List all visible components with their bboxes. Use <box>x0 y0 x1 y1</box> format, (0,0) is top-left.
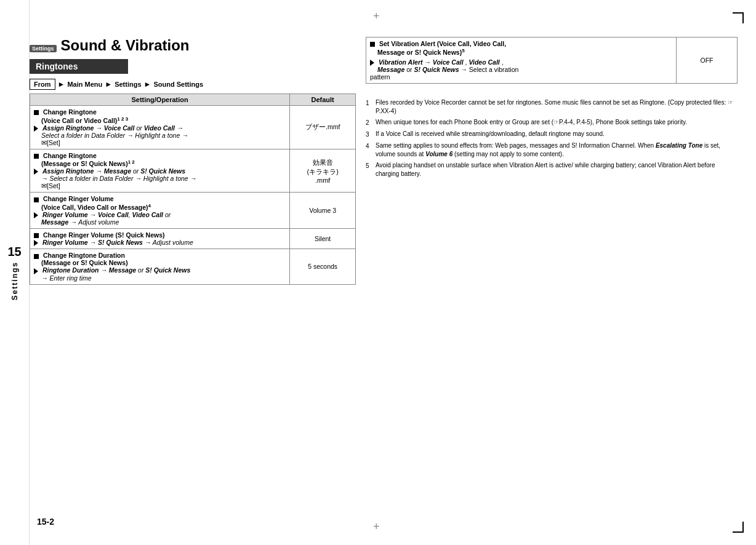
tri-bullet-icon <box>34 212 38 218</box>
sidebar-number: 15 <box>7 245 21 259</box>
right-box-table: Set Vibration Alert (Voice Call, Video C… <box>366 37 738 84</box>
table-row: Change Ringtone (Voice Call or Video Cal… <box>30 106 356 149</box>
row4-default: Silent <box>290 229 356 249</box>
corner-mark-tr <box>733 12 744 23</box>
row5-operation: Change Ringtone Duration (Message or S! … <box>30 249 290 284</box>
table-row: Change Ringer Volume (S! Quick News) Rin… <box>30 229 356 249</box>
row1-default: ブザー.mmf <box>290 106 356 149</box>
bullet-icon <box>370 42 375 47</box>
col-setting-header: Setting/Operation <box>30 94 290 106</box>
nav-item-main-menu: Main Menu <box>67 81 102 88</box>
footnote-5: 5 Avoid placing handset on unstable surf… <box>366 161 738 178</box>
col-default-header: Default <box>290 94 356 106</box>
nav-arrow-3: ► <box>144 80 151 89</box>
table-row: Change Ringer Volume (Voice Call, Video … <box>30 193 356 229</box>
tri-bullet-icon <box>34 240 38 246</box>
bullet-icon <box>34 233 39 238</box>
row5-default: 5 seconds <box>290 249 356 284</box>
right-column: Set Vibration Alert (Voice Call, Video C… <box>366 37 738 508</box>
footnote-1: 1 Files recorded by Voice Recorder canno… <box>366 98 738 116</box>
tri-bullet-icon <box>370 60 374 66</box>
row3-default: Volume 3 <box>290 193 356 229</box>
right-box-default: OFF <box>676 38 737 84</box>
row2-operation: Change Ringtone (Message or S! Quick New… <box>30 149 290 193</box>
corner-mark-br <box>733 522 744 533</box>
tri-bullet-icon <box>34 169 38 175</box>
main-table: Setting/Operation Default Change Rington… <box>30 93 356 285</box>
crosshair-bottom <box>373 523 383 533</box>
footnotes: 1 Files recorded by Voice Recorder canno… <box>366 98 738 181</box>
row1-operation: Change Ringtone (Voice Call or Video Cal… <box>30 106 290 149</box>
row4-operation: Change Ringer Volume (S! Quick News) Rin… <box>30 229 290 249</box>
nav-item-sound-settings: Sound Settings <box>153 81 203 88</box>
footnote-2: 2 When unique tones for each Phone Book … <box>366 118 738 127</box>
right-box-content: Set Vibration Alert (Voice Call, Video C… <box>366 38 677 84</box>
settings-badge: Settings <box>30 45 57 52</box>
sidebar: 15 Settings <box>0 0 30 545</box>
page-title: Sound & Vibration <box>61 37 190 54</box>
nav-item-settings: Settings <box>115 81 141 88</box>
tri-bullet-icon <box>34 268 38 274</box>
footnote-3: 3 If a Voice Call is received while stre… <box>366 130 738 139</box>
bullet-icon <box>34 154 39 159</box>
page-title-area: Settings Sound & Vibration <box>30 37 356 54</box>
nav-arrow-1: ► <box>58 80 65 89</box>
section-heading: Ringtones <box>30 59 128 74</box>
footnote-4: 4 Same setting applies to sound effects … <box>366 141 738 159</box>
tri-bullet-icon <box>34 125 38 132</box>
right-box-row: Set Vibration Alert (Voice Call, Video C… <box>366 38 738 84</box>
from-nav: From ► Main Menu ► Settings ► Sound Sett… <box>30 79 356 90</box>
row2-default: 効果音(キラキラ).mmf <box>290 149 356 193</box>
bullet-icon <box>34 197 39 202</box>
page-number: 15-2 <box>37 517 54 527</box>
table-row: Change Ringtone (Message or S! Quick New… <box>30 149 356 193</box>
crosshair-top <box>373 12 383 22</box>
left-column: Settings Sound & Vibration Ringtones Fro… <box>30 37 356 508</box>
sidebar-label: Settings <box>10 261 19 300</box>
main-content: Settings Sound & Vibration Ringtones Fro… <box>30 37 738 508</box>
bullet-icon <box>34 110 39 115</box>
from-box: From <box>30 79 55 90</box>
bullet-icon <box>34 254 39 259</box>
table-row: Change Ringtone Duration (Message or S! … <box>30 249 356 284</box>
nav-arrow-2: ► <box>105 80 112 89</box>
row3-operation: Change Ringer Volume (Voice Call, Video … <box>30 193 290 229</box>
